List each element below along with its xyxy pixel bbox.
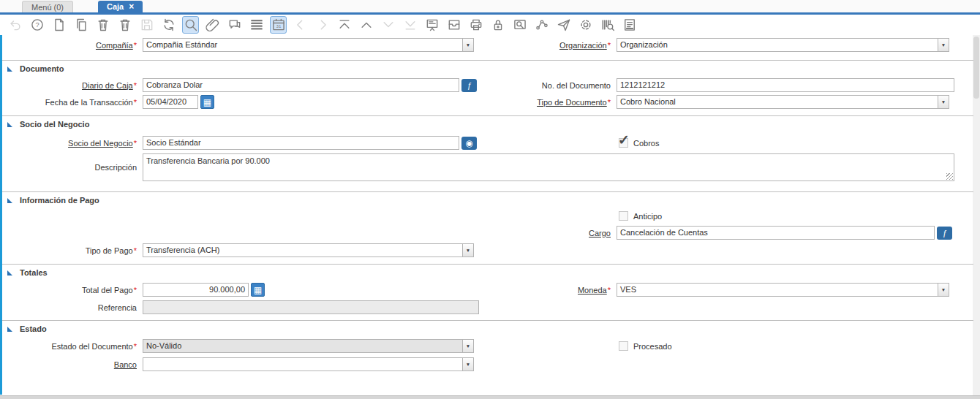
diario-caja-input[interactable]: Cobranza Dolar [143,78,459,92]
estado-documento-select[interactable]: No-Válido ▼ [143,339,474,353]
compania-select[interactable]: Compañia Estándar ▼ [143,38,474,52]
svg-text:?: ? [35,21,39,28]
chevron-down-icon[interactable]: ▼ [938,38,949,52]
organizacion-select[interactable]: Organización ▼ [617,38,949,52]
banco-select[interactable]: ▼ [143,357,474,371]
collapse-icon[interactable] [7,270,12,276]
chevron-down-icon[interactable]: ▼ [462,339,474,353]
section-pago: Información de Pago [2,191,973,208]
chevron-down-icon[interactable]: ▼ [938,283,949,297]
chat-icon[interactable] [226,16,243,34]
section-documento: Documento [2,60,973,76]
zoom-record-button[interactable]: ƒ [937,227,952,240]
delete-record-icon[interactable] [94,16,111,34]
chevron-down-icon[interactable]: ▼ [462,357,474,371]
collapse-icon[interactable] [7,122,12,127]
collapse-icon[interactable] [7,66,12,72]
find-icon[interactable] [182,16,199,34]
moneda-label[interactable]: Moneda* [475,286,617,294]
tipo-pago-label: Tipo de Pago* [0,246,143,255]
print-icon[interactable] [467,16,484,34]
anticipo-checkbox[interactable]: ✓ Anticipo [619,211,662,221]
moneda-select[interactable]: VES ▼ [617,283,949,297]
diario-caja-label[interactable]: Diario de Caja* [0,81,143,90]
tipo-documento-label[interactable]: Tipo de Documento* [475,98,617,107]
tab-menu[interactable]: Menú (0) [22,1,73,12]
banco-label[interactable]: Banco [0,360,143,369]
first-record-icon[interactable] [336,16,353,34]
section-documento-title: Documento [20,64,64,73]
no-documento-input[interactable]: 1212121212 [617,78,954,92]
save-icon [138,16,155,34]
compania-label[interactable]: Compañía* [0,41,143,50]
tab-caja[interactable]: Caja × [98,1,143,12]
scrollbar-thumb[interactable] [973,37,979,99]
procesado-label: Procesado [633,342,672,351]
chevron-down-icon[interactable]: ▼ [462,38,474,52]
descripcion-textarea[interactable]: Transferencia Bancaria por 90.000 [143,153,954,181]
estado-documento-value: No-Válido [143,339,462,353]
anticipo-label: Anticipo [633,212,662,221]
socio-negocio-input[interactable]: Socio Estándar [143,136,459,150]
last-record-icon [402,16,418,34]
tab-caja-label: Caja [107,1,124,12]
send-icon[interactable] [555,16,572,34]
archive-icon[interactable] [445,16,462,34]
cobros-checkbox[interactable]: ✓ Cobros [619,138,659,148]
organizacion-label[interactable]: Organización* [475,41,617,50]
settings-icon[interactable] [577,16,594,34]
grid-toggle-icon[interactable] [248,16,265,34]
detail-view-icon[interactable] [423,16,440,34]
zoom-record-button[interactable]: ƒ [461,79,477,92]
calendar-picker-icon[interactable]: ▦ [200,95,214,109]
new-record-icon[interactable] [50,16,67,34]
tipo-documento-value: Cobro Nacional [617,95,938,109]
estado-documento-label: Estado del Documento* [0,342,143,351]
close-icon[interactable]: × [129,3,134,10]
report-icon[interactable] [621,16,638,34]
chevron-down-icon[interactable]: ▼ [462,243,474,257]
total-pago-input[interactable]: 90.000,00 [143,283,249,297]
next-record-icon [314,16,331,34]
chevron-down-icon[interactable]: ▼ [938,95,949,109]
caja-form: Compañía* Compañia Estándar ▼ Organizaci… [0,35,980,395]
record-info-button[interactable]: ◉ [461,137,477,150]
moneda-value: VES [617,283,938,297]
svg-text:31: 31 [276,23,281,28]
cargo-input[interactable]: Cancelación de Cuentas [617,226,935,240]
cargo-label[interactable]: Cargo [475,229,617,238]
tipo-pago-select[interactable]: Transferencia (ACH) ▼ [143,243,474,257]
calendar-icon[interactable]: 31 [270,16,287,34]
check-icon: ✓ [618,132,630,148]
lock-icon[interactable] [489,16,506,34]
tipo-documento-select[interactable]: Cobro Nacional ▼ [617,95,949,109]
detail-record-icon [380,16,396,34]
referencia-input [143,300,479,314]
barcode-icon[interactable] [599,16,616,34]
help-icon[interactable]: ? [29,16,45,34]
banco-value [143,357,462,371]
refresh-icon[interactable] [160,16,177,34]
section-socio: Socio del Negocio [2,115,973,132]
vertical-scrollbar[interactable] [973,35,980,395]
workflow-icon[interactable] [533,16,550,34]
socio-negocio-label[interactable]: Socio del Negocio* [0,139,143,148]
checkbox-box[interactable] [619,211,628,221]
procesado-checkbox[interactable]: ✓ Procesado [619,341,672,351]
parent-record-icon[interactable] [358,16,374,34]
tipo-pago-value: Transferencia (ACH) [143,243,462,257]
section-estado-title: Estado [20,324,47,333]
calculator-icon[interactable]: ▦ [251,283,265,297]
attachment-icon[interactable] [204,16,221,34]
tab-bar: Menú (0) Caja × [0,0,980,12]
collapse-icon[interactable] [7,198,12,203]
checkbox-box[interactable] [619,341,628,351]
copy-record-icon[interactable] [72,16,89,34]
collapse-icon[interactable] [7,327,12,332]
print-preview-icon[interactable] [511,16,528,34]
status-bar [0,395,980,399]
delete-selection-icon[interactable] [116,16,133,34]
fecha-transaccion-input[interactable]: 05/04/2020 [143,95,198,109]
previous-record-icon [292,16,309,34]
toolbar: ?31 [0,15,980,35]
